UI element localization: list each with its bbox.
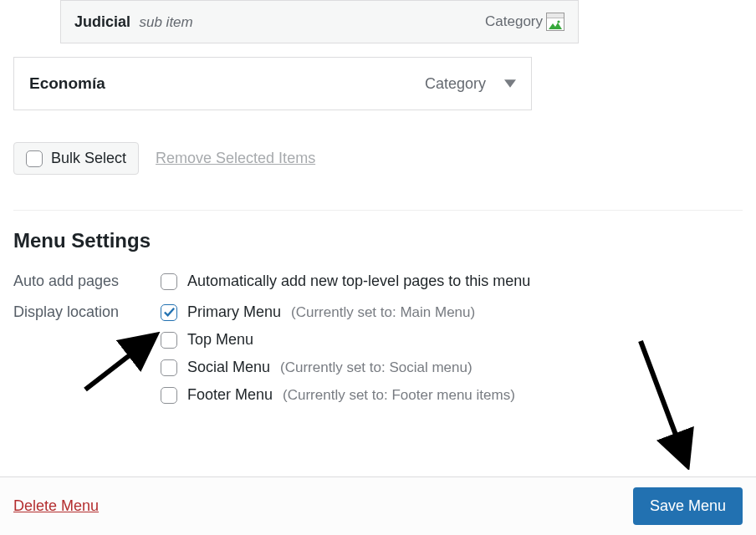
menu-item-title: Economía: [29, 74, 105, 93]
display-location-options: Primary Menu(Currently set to: Main Menu…: [161, 303, 515, 404]
display-location-checkbox[interactable]: [161, 304, 177, 321]
menu-sub-item-category-label: Category: [485, 13, 543, 30]
bulk-select-label: Bulk Select: [51, 150, 126, 167]
display-location-option-label: Top Menu: [187, 331, 253, 349]
remove-selected-link[interactable]: Remove Selected Items: [156, 150, 315, 167]
display-location-label: Display location: [13, 303, 161, 321]
menu-settings-heading: Menu Settings: [13, 229, 743, 252]
display-location-checkbox[interactable]: [161, 359, 177, 376]
bulk-select-checkbox[interactable]: [26, 150, 43, 167]
display-location-option[interactable]: Social Menu(Currently set to: Social men…: [161, 359, 515, 376]
menu-sub-item-row[interactable]: Judicial sub item Category: [60, 0, 579, 43]
display-location-option-paren: (Currently set to: Social menu): [280, 359, 472, 376]
auto-add-pages-label: Auto add pages: [13, 273, 161, 290]
auto-add-pages-text: Automatically add new top-level pages to…: [187, 273, 530, 290]
display-location-option[interactable]: Footer Menu(Currently set to: Footer men…: [161, 386, 515, 404]
display-location-option-label: Footer Menu: [187, 386, 273, 404]
display-location-option-paren: (Currently set to: Footer menu items): [283, 387, 515, 404]
menu-item-row[interactable]: Economía Category: [13, 57, 532, 110]
menu-item-right: Category: [425, 75, 516, 93]
menu-item-category-label: Category: [425, 75, 486, 93]
menu-sub-item-title: Judicial: [74, 13, 130, 30]
auto-add-pages-checkbox[interactable]: [161, 273, 177, 290]
delete-menu-link[interactable]: Delete Menu: [13, 497, 99, 515]
auto-add-pages-row: Auto add pages Automatically add new top…: [13, 273, 743, 290]
caret-down-icon[interactable]: [504, 78, 516, 89]
menu-sub-item-meta: sub item: [139, 14, 192, 30]
display-location-row: Display location Primary Menu(Currently …: [13, 303, 743, 404]
display-location-option-label: Primary Menu: [187, 303, 281, 321]
display-location-option[interactable]: Primary Menu(Currently set to: Main Menu…: [161, 303, 515, 321]
display-location-checkbox[interactable]: [161, 332, 177, 349]
display-location-option-paren: (Currently set to: Main Menu): [291, 304, 475, 321]
broken-image-icon: [546, 13, 564, 31]
bulk-actions-row: Bulk Select Remove Selected Items: [13, 142, 743, 175]
section-divider: [13, 210, 743, 211]
svg-point-0: [557, 20, 559, 23]
display-location-option[interactable]: Top Menu: [161, 331, 515, 349]
save-menu-button[interactable]: Save Menu: [633, 487, 743, 525]
display-location-option-label: Social Menu: [187, 359, 270, 376]
bulk-select-toggle[interactable]: Bulk Select: [13, 142, 139, 175]
auto-add-pages-option[interactable]: Automatically add new top-level pages to…: [161, 273, 530, 290]
menu-sub-item-right: Category: [485, 13, 564, 31]
bottom-bar: Delete Menu Save Menu: [0, 476, 756, 535]
menu-sub-item-title-block: Judicial sub item: [74, 13, 193, 31]
display-location-checkbox[interactable]: [161, 387, 177, 404]
